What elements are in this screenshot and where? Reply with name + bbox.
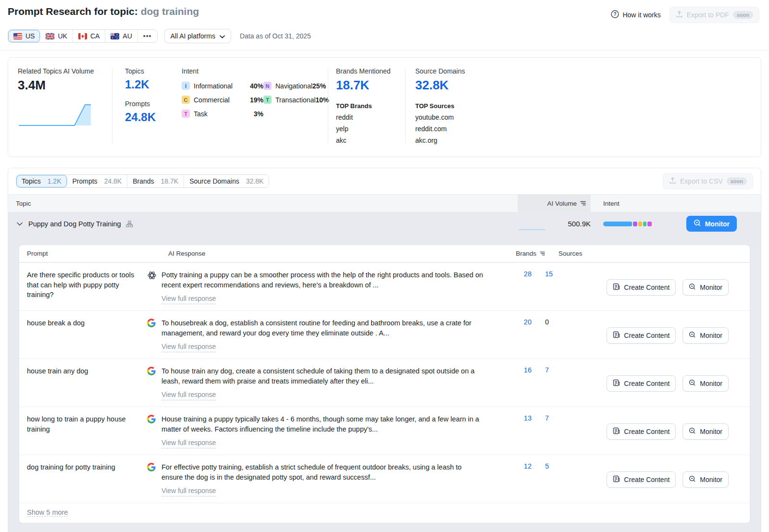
top-brand-item: yelp	[336, 125, 405, 133]
sources-count-link[interactable]: 7	[545, 414, 549, 422]
brands-mentioned-label: Brands Mentioned	[336, 67, 405, 75]
source-domains-label: Source Domains	[415, 67, 511, 75]
brands-count-link[interactable]: 20	[524, 318, 532, 326]
tab-source-domains[interactable]: Source Domains 32.8K	[184, 175, 269, 187]
brands-count-link[interactable]: 28	[524, 270, 532, 278]
create-content-button[interactable]: Create Content	[607, 423, 676, 440]
sort-desc-icon	[580, 201, 586, 206]
monitor-button[interactable]: Monitor	[682, 423, 729, 440]
monitor-button[interactable]: Monitor	[686, 216, 737, 232]
country-tab-au[interactable]: AU	[105, 30, 137, 42]
prompt-row: house train any dog To house train any d…	[19, 359, 750, 407]
mini-sparkline	[518, 215, 546, 233]
intent-informational: I Informational 40%	[182, 82, 263, 90]
ai-response-text: House training a puppy typically takes 4…	[161, 414, 493, 448]
topic-column-header: Topic	[16, 195, 518, 212]
flag-uk-icon	[46, 33, 54, 39]
prompt-column-header: Prompt	[27, 250, 147, 257]
country-more-button[interactable]: •••	[138, 30, 157, 42]
show-more-link[interactable]: Show 5 more	[27, 508, 68, 517]
prompt-text: dog training for potty training	[27, 462, 147, 496]
document-icon	[613, 379, 620, 388]
summary-stats-card: Related Topics AI Volume 3.4M Topics 1.2…	[8, 57, 761, 157]
sources-count-link[interactable]: 7	[545, 366, 549, 374]
prompt-row: how long to train a puppy house training…	[19, 407, 750, 455]
flag-us-icon	[13, 33, 22, 39]
flag-au-icon	[111, 33, 119, 39]
view-full-response-link[interactable]: View full response	[161, 294, 216, 304]
country-tab-ca[interactable]: CA	[73, 30, 105, 42]
view-full-response-link[interactable]: View full response	[161, 438, 216, 448]
svg-text:?: ?	[614, 12, 617, 17]
chevron-down-icon	[220, 32, 225, 40]
soon-badge: soon	[727, 177, 747, 185]
create-content-button[interactable]: Create Content	[607, 327, 676, 344]
document-icon	[613, 475, 620, 484]
topic-ai-volume: 500.9K	[546, 220, 591, 228]
tab-brands[interactable]: Brands 18.7K	[127, 175, 184, 187]
prompts-value: 24.8K	[125, 111, 172, 124]
hierarchy-icon[interactable]	[126, 221, 133, 227]
create-content-button[interactable]: Create Content	[607, 375, 676, 392]
monitor-button[interactable]: Monitor	[682, 471, 729, 488]
soon-badge: soon	[733, 11, 753, 19]
prompt-text: Are there specific products or tools tha…	[27, 270, 147, 304]
ai-volume-column-header[interactable]: AI Volume	[518, 195, 591, 212]
export-pdf-button[interactable]: Export to PDF soon	[670, 7, 759, 23]
prompts-card: Prompt AI Response Brands Sources Are th…	[19, 245, 750, 523]
topic-name: Puppy and Dog Potty Training	[28, 220, 121, 228]
monitor-button[interactable]: Monitor	[682, 327, 729, 344]
question-circle-icon: ?	[611, 10, 619, 20]
prompt-text: house train any dog	[27, 366, 147, 400]
intent-commercial: C Commercial 19%	[182, 96, 263, 104]
view-full-response-link[interactable]: View full response	[161, 390, 216, 400]
top-bar: Prompt Research for topic:dog training ?…	[0, 0, 769, 23]
top-brand-item: akc	[336, 136, 405, 144]
page-title: Prompt Research for topic:dog training	[8, 6, 199, 17]
monitor-button[interactable]: Monitor	[682, 279, 729, 296]
view-full-response-link[interactable]: View full response	[161, 486, 216, 496]
sources-column-header: Sources	[545, 250, 598, 257]
sources-count-link[interactable]: 5	[545, 462, 549, 470]
navigational-badge-icon: N	[263, 82, 272, 90]
export-csv-button[interactable]: Export to CSV soon	[663, 173, 753, 189]
create-content-button[interactable]: Create Content	[607, 279, 676, 296]
top-sources-label: TOP Sources	[415, 102, 511, 110]
how-it-works-link[interactable]: ? How it works	[611, 10, 660, 20]
brands-count-link[interactable]: 16	[524, 366, 532, 374]
ai-response-text: For effective potty training, establish …	[161, 462, 493, 496]
view-full-response-link[interactable]: View full response	[161, 342, 216, 352]
page-title-label: Prompt Research for topic:	[8, 6, 138, 17]
ai-platform-dropdown[interactable]: All AI platforms	[164, 29, 231, 43]
monitor-button[interactable]: Monitor	[682, 375, 729, 392]
brands-count-link[interactable]: 12	[524, 462, 532, 470]
prompts-table-header: Prompt AI Response Brands Sources	[19, 245, 750, 262]
intent-distribution-bar	[603, 222, 657, 226]
country-tab-us[interactable]: US	[8, 30, 40, 42]
tab-prompts[interactable]: Prompts 24.8K	[67, 175, 128, 187]
document-icon	[613, 427, 620, 436]
country-tab-uk[interactable]: UK	[40, 30, 73, 42]
tab-topics[interactable]: Topics 1.2K	[16, 175, 67, 187]
sources-count-link[interactable]: 15	[545, 270, 553, 278]
informational-badge-icon: I	[182, 82, 190, 90]
expanded-topic-area: Prompt AI Response Brands Sources Are th…	[8, 235, 761, 532]
google-icon	[147, 462, 161, 496]
prompt-row: dog training for potty training For effe…	[19, 455, 750, 503]
prompt-row: Are there specific products or tools tha…	[19, 262, 750, 310]
data-as-of-label: Data as of Oct 31, 2025	[240, 32, 311, 40]
create-content-button[interactable]: Create Content	[607, 471, 676, 488]
brands-column-header[interactable]: Brands	[507, 250, 545, 257]
export-icon	[676, 11, 683, 19]
commercial-badge-icon: C	[182, 96, 190, 104]
brands-count-link[interactable]: 13	[524, 414, 532, 422]
topic-row-expanded[interactable]: Puppy and Dog Potty Training 500.9K Moni…	[8, 212, 761, 235]
ellipsis-icon: •••	[143, 32, 152, 40]
source-domains-value: 32.8K	[415, 78, 511, 93]
prompt-text: how long to train a puppy house training	[27, 414, 147, 448]
chevron-down-icon[interactable]	[16, 222, 24, 226]
topics-label: Topics	[125, 67, 172, 75]
brands-mentioned-value: 18.7K	[336, 78, 405, 93]
prompt-row: house break a dog To housebreak a dog, e…	[19, 310, 750, 359]
sources-count: 0	[545, 318, 549, 326]
